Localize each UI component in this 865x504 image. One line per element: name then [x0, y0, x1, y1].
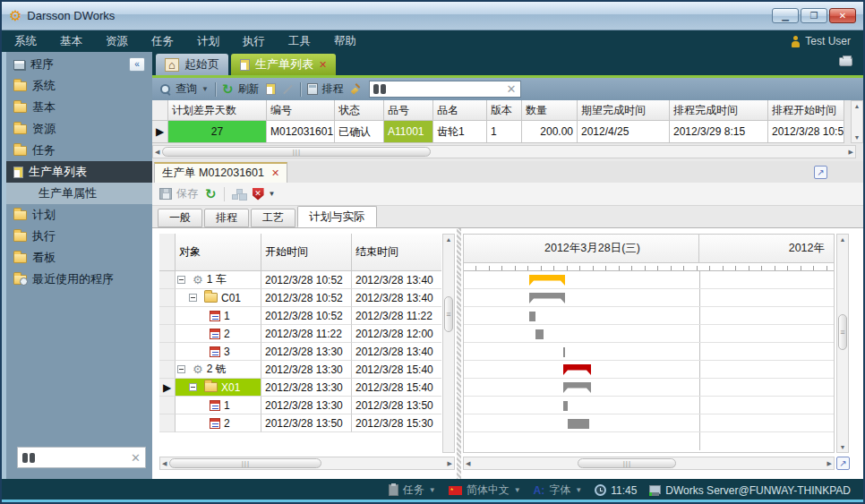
- scroll-right-icon[interactable]: ▶: [827, 460, 832, 467]
- menu-item-0[interactable]: 系统: [14, 34, 37, 49]
- sidebar-item-6[interactable]: 计划: [6, 204, 152, 226]
- menu-item-5[interactable]: 执行: [243, 34, 265, 49]
- scroll-down-icon[interactable]: ▼: [840, 444, 846, 450]
- gantt-bar-0[interactable]: [529, 275, 565, 286]
- scroll-left-icon[interactable]: ◀: [155, 149, 159, 156]
- scrollbar-thumb[interactable]: [838, 314, 847, 350]
- edit-button[interactable]: [282, 89, 294, 90]
- tree-object-label[interactable]: 3: [176, 343, 261, 360]
- grid-header-2[interactable]: 状态: [335, 100, 384, 121]
- tree-object-label[interactable]: 1: [176, 397, 261, 414]
- tab-1[interactable]: 生产单列表✕: [231, 54, 336, 75]
- sidebar-item-4[interactable]: 生产单列表: [6, 161, 152, 183]
- scroll-right-icon[interactable]: ▶: [448, 460, 452, 467]
- user-indicator[interactable]: Test User: [791, 35, 851, 47]
- tree-object-label[interactable]: ⚙2 铣: [176, 361, 261, 378]
- tree-header-2[interactable]: 结束时间: [352, 234, 441, 271]
- collapse-minus-icon[interactable]: [177, 365, 185, 373]
- grid-header-8[interactable]: 排程完成时间: [670, 100, 768, 121]
- gantt-vertical-scrollbar[interactable]: ▲ ▼: [836, 234, 849, 453]
- hierarchy-icon[interactable]: [232, 189, 245, 200]
- gantt-bar-3[interactable]: [535, 329, 544, 339]
- sidebar-item-5[interactable]: 生产单属性: [6, 183, 152, 204]
- menu-item-6[interactable]: 工具: [288, 34, 311, 49]
- menu-item-1[interactable]: 基本: [60, 34, 82, 49]
- sidebar-header-programs[interactable]: 程序 «: [6, 54, 152, 75]
- sidebar-item-8[interactable]: 看板: [6, 247, 152, 269]
- gantt-bar-5[interactable]: [563, 364, 591, 375]
- grid-horizontal-scrollbar[interactable]: ◀ ▶: [152, 145, 856, 158]
- collapse-minus-icon[interactable]: [177, 276, 185, 284]
- grid-header-0[interactable]: 计划差异天数: [168, 100, 267, 121]
- tree-object-label[interactable]: X01: [176, 379, 261, 396]
- tree-row-0[interactable]: ⚙1 车2012/3/28 10:522012/3/28 13:40: [159, 271, 448, 289]
- tree-vertical-scrollbar[interactable]: ▲: [442, 234, 455, 453]
- scroll-up-icon[interactable]: ▲: [854, 103, 861, 109]
- tree-row-2[interactable]: 12012/3/28 10:522012/3/28 11:22: [159, 307, 448, 325]
- sidebar-item-0[interactable]: 系统: [6, 75, 152, 97]
- panel-splitter[interactable]: [457, 228, 461, 480]
- gantt-bar-1[interactable]: [529, 293, 565, 303]
- tree-object-label[interactable]: C01: [176, 289, 261, 306]
- tab-0[interactable]: ⌂起始页: [156, 54, 228, 75]
- sidebar-item-2[interactable]: 资源: [6, 118, 152, 140]
- subtab-1[interactable]: 排程: [204, 209, 249, 227]
- grid-header-3[interactable]: 品号: [384, 100, 433, 121]
- tree-header-1[interactable]: 开始时间: [261, 234, 352, 271]
- status-item-0[interactable]: 任务▼: [389, 483, 436, 498]
- status-item-1[interactable]: 简体中文▼: [449, 483, 521, 498]
- restore-button[interactable]: ❐: [801, 8, 827, 23]
- scroll-up-icon[interactable]: ▲: [446, 236, 452, 243]
- tree-row-5[interactable]: ⚙2 铣2012/3/28 13:302012/3/28 15:40: [159, 361, 448, 379]
- scroll-down-icon[interactable]: ▼: [854, 134, 861, 141]
- sidebar-item-7[interactable]: 执行: [6, 226, 152, 247]
- grid-vertical-scrollbar[interactable]: ▲ ▼: [851, 100, 863, 143]
- sidebar-search-input[interactable]: [39, 451, 127, 464]
- tree-object-label[interactable]: 2: [176, 325, 261, 342]
- detail-refresh-button[interactable]: ↻: [205, 187, 217, 201]
- printer-icon[interactable]: [839, 57, 852, 66]
- sidebar-item-1[interactable]: 基本: [6, 97, 152, 118]
- tree-row-1[interactable]: C012012/3/28 10:522012/3/28 13:40: [159, 289, 448, 307]
- popout-icon[interactable]: ↗: [814, 166, 827, 179]
- sidebar-item-9[interactable]: 最近使用的程序: [6, 269, 152, 290]
- scrollbar-thumb[interactable]: [578, 458, 676, 468]
- tree-horizontal-scrollbar[interactable]: ◀ ▶: [159, 457, 455, 470]
- clean-button[interactable]: [350, 83, 363, 96]
- grid-header-9[interactable]: 排程开始时间: [768, 100, 844, 121]
- subtab-0[interactable]: 一般: [158, 209, 202, 227]
- grid-header-1[interactable]: 编号: [267, 100, 335, 121]
- grid-header-7[interactable]: 期望完成时间: [578, 100, 670, 121]
- tree-row-4[interactable]: 32012/3/28 13:302012/3/28 13:40: [159, 343, 448, 361]
- menu-item-2[interactable]: 资源: [106, 34, 128, 49]
- grid-row[interactable]: ▶27M012031601已确认A11001齿轮11200.002012/4/2…: [152, 121, 856, 143]
- close-button[interactable]: ✕: [829, 8, 856, 23]
- tree-object-label[interactable]: 1: [176, 307, 261, 324]
- tree-row-6[interactable]: ▶X012012/3/28 13:302012/3/28 15:40: [159, 379, 448, 397]
- schedule-button[interactable]: 排程: [307, 81, 344, 97]
- tab-close-icon[interactable]: ✕: [319, 60, 327, 70]
- sidebar-collapse-button[interactable]: «: [129, 57, 145, 72]
- menu-item-7[interactable]: 帮助: [334, 34, 356, 49]
- tree-row-3[interactable]: 22012/3/28 11:222012/3/28 12:00: [159, 325, 448, 343]
- gantt-bar-7[interactable]: [563, 401, 568, 411]
- save-button[interactable]: 保存: [159, 186, 198, 201]
- scroll-up-icon[interactable]: ▲: [840, 236, 846, 243]
- tree-object-label[interactable]: ⚙1 车: [176, 271, 261, 288]
- close-icon[interactable]: ✕: [271, 168, 279, 178]
- scrollbar-thumb[interactable]: [169, 458, 321, 468]
- new-button[interactable]: [266, 83, 276, 95]
- gantt-bar-6[interactable]: [563, 382, 591, 393]
- sidebar-search-clear-icon[interactable]: ✕: [131, 452, 141, 464]
- scrollbar-thumb[interactable]: [162, 147, 431, 157]
- menu-item-4[interactable]: 计划: [197, 34, 219, 49]
- subtab-3[interactable]: 计划与实际: [297, 206, 377, 227]
- status-item-2[interactable]: A:字体▼: [534, 483, 583, 498]
- sidebar-item-3[interactable]: 任务: [6, 140, 152, 161]
- refresh-button[interactable]: ↻ 刷新: [222, 81, 260, 97]
- list-search-clear-icon[interactable]: ✕: [507, 83, 517, 95]
- grid-header-5[interactable]: 版本: [487, 100, 522, 121]
- scrollbar-thumb[interactable]: [444, 296, 453, 332]
- detail-tab-order[interactable]: 生产单 M012031601 ✕: [154, 162, 287, 183]
- query-button[interactable]: 查询 ▼: [159, 81, 209, 97]
